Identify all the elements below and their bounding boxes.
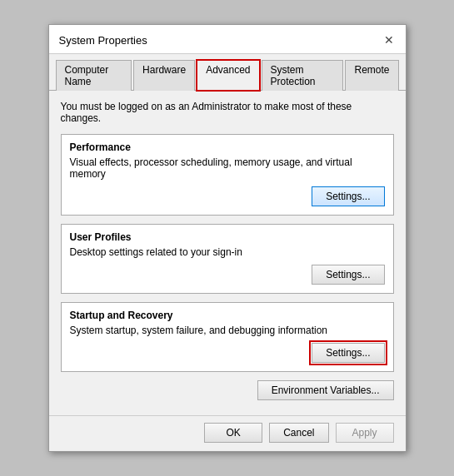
admin-notice: You must be logged on as an Administrato… [61, 101, 394, 124]
bottom-bar: OK Cancel Apply [49, 415, 406, 451]
apply-button[interactable]: Apply [336, 423, 394, 443]
tab-computer-name[interactable]: Computer Name [56, 60, 132, 91]
performance-section: Performance Visual effects, processor sc… [61, 134, 394, 216]
tab-hardware[interactable]: Hardware [133, 60, 195, 91]
performance-title: Performance [70, 141, 385, 153]
performance-settings-button[interactable]: Settings... [312, 186, 384, 206]
user-profiles-section: User Profiles Desktop settings related t… [61, 224, 394, 294]
close-button[interactable]: ✕ [381, 32, 397, 48]
tab-bar: Computer Name Hardware Advanced System P… [49, 54, 406, 91]
window-title: System Properties [59, 34, 147, 47]
environment-variables-button[interactable]: Environment Variables... [257, 380, 394, 400]
performance-desc: Visual effects, processor scheduling, me… [70, 156, 385, 180]
startup-recovery-settings-button[interactable]: Settings... [312, 343, 384, 363]
system-properties-window: System Properties ✕ Computer Name Hardwa… [48, 24, 407, 452]
startup-recovery-desc: System startup, system failure, and debu… [70, 325, 385, 336]
tab-system-protection[interactable]: System Protection [262, 60, 344, 91]
ok-button[interactable]: OK [204, 423, 262, 443]
user-profiles-title: User Profiles [70, 231, 385, 243]
environment-variables-row: Environment Variables... [61, 380, 394, 400]
user-profiles-desc: Desktop settings related to your sign-in [70, 246, 385, 258]
cancel-button[interactable]: Cancel [269, 423, 328, 443]
tab-advanced[interactable]: Advanced [197, 60, 259, 91]
title-bar: System Properties ✕ [49, 25, 406, 54]
content-area: You must be logged on as an Administrato… [49, 91, 406, 415]
tab-remote[interactable]: Remote [345, 60, 398, 91]
startup-recovery-section: Startup and Recovery System startup, sys… [61, 302, 394, 372]
user-profiles-settings-button[interactable]: Settings... [312, 265, 384, 285]
startup-recovery-title: Startup and Recovery [70, 310, 385, 321]
